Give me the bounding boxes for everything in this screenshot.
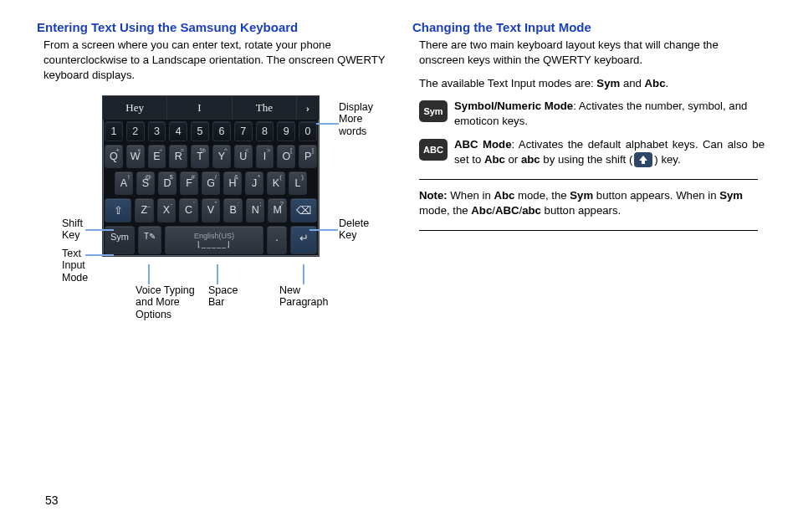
key-e[interactable]: E÷ xyxy=(148,145,166,168)
separator-2 xyxy=(419,230,758,231)
separator xyxy=(419,179,758,180)
key-y[interactable]: Y^ xyxy=(212,145,231,168)
key-1[interactable]: 1 xyxy=(105,121,123,141)
shift-inline-icon xyxy=(634,152,652,167)
number-row: 1234567890 xyxy=(103,120,319,143)
callout-delete-key: DeleteKey xyxy=(339,217,369,242)
key-d[interactable]: D$ xyxy=(158,171,176,195)
key-9[interactable]: 9 xyxy=(277,121,295,141)
abc-badge-icon: ABC xyxy=(419,139,448,161)
row-asdf: A!S@D$F#G/H&J*K(L) xyxy=(103,170,319,197)
mode-abc-row: ABC ABC Mode: Activates the default alph… xyxy=(419,137,765,167)
key-t[interactable]: T% xyxy=(191,145,209,168)
more-suggestions-icon[interactable]: › xyxy=(297,96,319,120)
key-s[interactable]: S@ xyxy=(136,171,155,195)
heading-changing-mode: Changing the Text Input Mode xyxy=(412,20,765,34)
key-j[interactable]: J* xyxy=(245,171,263,195)
sym-badge-icon: Sym xyxy=(419,100,448,122)
key-r[interactable]: R= xyxy=(169,145,187,168)
key-v[interactable]: V" xyxy=(202,198,221,223)
key-u[interactable]: U< xyxy=(234,145,253,168)
callout-text-input-mode: TextInputMode xyxy=(62,248,88,284)
para-change-2: The available Text Input modes are: Sym … xyxy=(419,76,765,91)
key-k[interactable]: K( xyxy=(267,171,285,195)
suggestion-3[interactable]: The xyxy=(233,96,297,120)
key-x[interactable]: X- xyxy=(157,198,176,223)
key-p[interactable]: P] xyxy=(299,145,317,168)
delete-key[interactable]: ⌫ xyxy=(290,198,317,223)
key-c[interactable]: C' xyxy=(179,198,198,223)
key-h[interactable]: H& xyxy=(223,171,242,195)
callout-new-paragraph: NewParagraph xyxy=(279,284,328,309)
callout-shift-key: ShiftKey xyxy=(62,217,83,242)
space-key[interactable]: English(US) ⌊_____⌋ xyxy=(165,226,263,254)
key-n[interactable]: N; xyxy=(246,198,265,223)
key-b[interactable]: B: xyxy=(223,198,243,223)
mode-abc-text: ABC Mode: Activates the default alphabet… xyxy=(454,137,765,167)
row-zxcv: ⇧ Z_X-C'V"B:N;M? ⌫ xyxy=(103,197,319,224)
shift-key[interactable]: ⇧ xyxy=(105,198,131,223)
key-l[interactable]: L) xyxy=(289,171,307,195)
key-i[interactable]: I> xyxy=(256,145,274,168)
key-f[interactable]: F# xyxy=(180,171,198,195)
page-number: 53 xyxy=(45,494,59,507)
key-4[interactable]: 4 xyxy=(169,121,187,141)
space-label: English(US) xyxy=(194,232,234,240)
para-entering-text: From a screen where you can enter text, … xyxy=(43,38,389,82)
key-w[interactable]: W× xyxy=(126,145,145,168)
key-o[interactable]: O[ xyxy=(277,145,295,168)
key-0[interactable]: 0 xyxy=(299,121,317,141)
key-2[interactable]: 2 xyxy=(126,121,145,141)
callout-space-bar: SpaceBar xyxy=(208,284,238,309)
note-text: Note: When in Abc mode, the Sym button a… xyxy=(419,188,765,218)
key-6[interactable]: 6 xyxy=(212,121,231,141)
suggestion-2[interactable]: I xyxy=(167,96,232,120)
key-a[interactable]: A! xyxy=(115,171,133,195)
keyboard-figure: Hey I The › 1234567890 Q+W×E÷R=T%Y^U<I>O… xyxy=(102,95,328,257)
key-8[interactable]: 8 xyxy=(256,121,274,141)
key-5[interactable]: 5 xyxy=(191,121,209,141)
callout-voice-more: Voice Typingand MoreOptions xyxy=(136,284,195,320)
voice-options-key[interactable]: T✎ xyxy=(138,226,161,254)
key-7[interactable]: 7 xyxy=(234,121,253,141)
key-m[interactable]: M? xyxy=(268,198,287,223)
key-3[interactable]: 3 xyxy=(148,121,166,141)
row-bottom: Sym T✎ English(US) ⌊_____⌋ . ↵ xyxy=(103,224,319,256)
key-g[interactable]: G/ xyxy=(202,171,220,195)
row-qwerty: Q+W×E÷R=T%Y^U<I>O[P] xyxy=(103,143,319,170)
heading-entering-text: Entering Text Using the Samsung Keyboard xyxy=(37,20,389,34)
suggestion-1[interactable]: Hey xyxy=(103,96,167,120)
period-key[interactable]: . xyxy=(267,226,287,254)
key-q[interactable]: Q+ xyxy=(105,145,123,168)
para-change-1: There are two main keyboard layout keys … xyxy=(419,38,765,68)
key-z[interactable]: Z_ xyxy=(135,198,154,223)
callout-display-more: DisplayMorewords xyxy=(339,101,373,137)
mode-sym-text: Symbol/Numeric Mode: Activates the numbe… xyxy=(454,99,765,129)
mode-sym-row: Sym Symbol/Numeric Mode: Activates the n… xyxy=(419,99,765,129)
suggestion-bar: Hey I The › xyxy=(103,96,319,120)
